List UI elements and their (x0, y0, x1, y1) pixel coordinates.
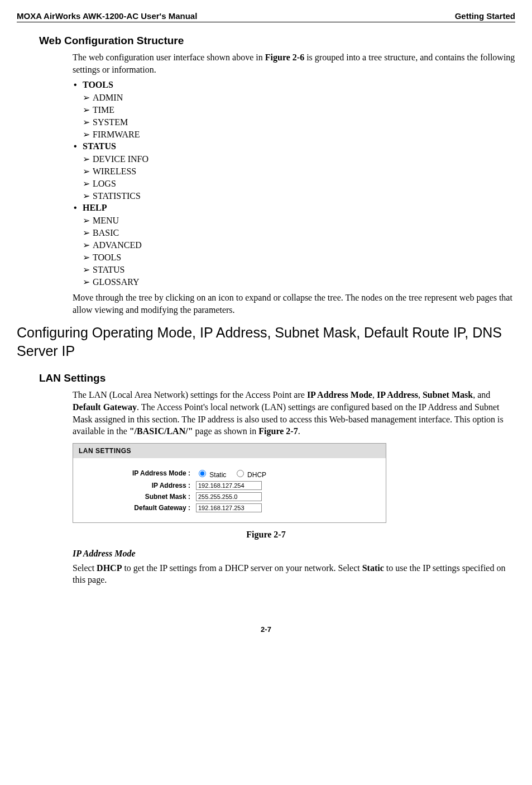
tree-item-label: STATISTICS (93, 191, 141, 201)
figure-ref: Figure 2-7 (258, 426, 298, 436)
row-ip-address-mode: IP Address Mode : Static DHCP (95, 468, 375, 479)
input-default-gateway[interactable] (196, 503, 262, 512)
heading-configuring: Configuring Operating Mode, IP Address, … (17, 323, 515, 360)
tree-item-label: SYSTEM (93, 117, 128, 127)
text: , and (473, 390, 490, 399)
tree-item-label: GLOSSARY (93, 277, 140, 287)
chevron-right-icon: ➢ (83, 227, 93, 238)
text: , (418, 390, 423, 399)
row-default-gateway: Default Gateway : (95, 503, 375, 512)
tree-item: ➢STATISTICS (83, 191, 515, 201)
radio-dhcp-label[interactable]: DHCP (234, 471, 266, 479)
tree-item-label: ADMIN (93, 93, 123, 102)
header-right: Getting Started (455, 11, 515, 21)
term-basic-lan-path: "/BASIC/LAN/" (130, 426, 193, 436)
tree-item: ➢LOGS (83, 178, 515, 189)
tree-group: •HELP➢MENU➢BASIC➢ADVANCED➢TOOLS➢STATUS➢G… (73, 203, 515, 287)
chevron-right-icon: ➢ (83, 240, 93, 250)
term-default-gateway: Default Gateway (73, 402, 137, 412)
radio-static-text: Static (209, 471, 226, 479)
term-ip-address: IP Address (377, 390, 418, 399)
paragraph-tree-nav: Move through the tree by clicking on an … (73, 292, 515, 316)
tree-item: ➢TIME (83, 104, 515, 115)
header-left: MOXA AirWorks AWK-1200-AC User's Manual (17, 11, 197, 21)
chevron-right-icon: ➢ (83, 117, 93, 127)
heading-web-config-structure: Web Configuration Structure (39, 35, 515, 47)
label-default-gateway: Default Gateway : (95, 504, 196, 512)
lan-settings-title: LAN SETTINGS (73, 444, 386, 458)
tree-item-label: BASIC (93, 228, 119, 237)
chevron-right-icon: ➢ (83, 104, 93, 115)
label-ip-address: IP Address : (95, 482, 196, 489)
bullet-icon: • (73, 203, 83, 213)
value-ip-address-mode: Static DHCP (196, 468, 272, 479)
tree-item-label: WIRELESS (93, 166, 136, 176)
figure-caption: Figure 2-7 (17, 530, 515, 540)
input-ip-address[interactable] (196, 481, 262, 490)
heading-lan-settings: LAN Settings (39, 372, 515, 384)
chevron-right-icon: ➢ (83, 252, 93, 263)
term-dhcp: DHCP (97, 563, 122, 573)
tree-item-label: LOGS (93, 179, 116, 188)
chevron-right-icon: ➢ (83, 215, 93, 226)
tree-item: ➢ADMIN (83, 92, 515, 103)
tree-sublist: ➢ADMIN➢TIME➢SYSTEM➢FIRMWARE (83, 92, 515, 140)
radio-static-label[interactable]: Static (196, 471, 226, 479)
tree-item: ➢TOOLS (83, 252, 515, 263)
row-ip-address: IP Address : (95, 481, 375, 490)
tree-group-label: TOOLS (83, 80, 113, 89)
text: page as shown in (193, 426, 259, 436)
paragraph-intro: The web configuration user interface sho… (73, 51, 515, 75)
tree-item: ➢GLOSSARY (83, 277, 515, 287)
tree-item: ➢SYSTEM (83, 117, 515, 127)
bullet-icon: • (73, 80, 83, 91)
chevron-right-icon: ➢ (83, 92, 93, 103)
tree-item-label: TIME (93, 105, 114, 115)
text: to get the IP settings from a DHCP serve… (122, 563, 362, 573)
tree-group-label: HELP (83, 203, 107, 212)
tree-item: ➢MENU (83, 215, 515, 226)
label-ip-address-mode: IP Address Mode : (95, 469, 196, 477)
page-number: 2-7 (17, 625, 515, 634)
text: , (372, 390, 377, 399)
page-header: MOXA AirWorks AWK-1200-AC User's Manual … (17, 11, 515, 22)
tree-item: ➢ADVANCED (83, 240, 515, 250)
lan-settings-figure: LAN SETTINGS IP Address Mode : Static DH… (73, 443, 386, 523)
chevron-right-icon: ➢ (83, 129, 93, 140)
figure-ref: Figure 2-6 (265, 53, 304, 62)
tree-sublist: ➢DEVICE INFO➢WIRELESS➢LOGS➢STATISTICS (83, 154, 515, 201)
tree-item: ➢WIRELESS (83, 166, 515, 177)
tree-item-label: TOOLS (93, 253, 121, 262)
radio-dhcp[interactable] (237, 470, 244, 477)
tree-sublist: ➢MENU➢BASIC➢ADVANCED➢TOOLS➢STATUS➢GLOSSA… (83, 215, 515, 287)
tree-item-label: ADVANCED (93, 240, 142, 250)
config-tree: •TOOLS➢ADMIN➢TIME➢SYSTEM➢FIRMWARE•STATUS… (73, 80, 515, 287)
tree-item: ➢DEVICE INFO (83, 154, 515, 164)
term-ip-address-mode: IP Address Mode (307, 390, 372, 399)
chevron-right-icon: ➢ (83, 154, 93, 164)
tree-item: ➢BASIC (83, 227, 515, 238)
tree-item: ➢STATUS (83, 264, 515, 275)
tree-item-label: FIRMWARE (93, 130, 140, 139)
text: . (298, 426, 300, 436)
tree-group-label: STATUS (83, 141, 116, 151)
subheading-ip-address-mode: IP Address Mode (73, 549, 515, 559)
row-subnet-mask: Subnet Mask : (95, 492, 375, 501)
lan-settings-body: IP Address Mode : Static DHCP IP Address… (73, 458, 386, 522)
term-subnet-mask: Subnet Mask (423, 390, 473, 399)
text: The LAN (Local Area Network) settings fo… (73, 390, 307, 399)
paragraph-lan-desc: The LAN (Local Area Network) settings fo… (73, 389, 515, 437)
paragraph-ip-mode-desc: Select DHCP to get the IP settings from … (73, 562, 515, 586)
text: The web configuration user interface sho… (73, 53, 265, 62)
label-subnet-mask: Subnet Mask : (95, 493, 196, 501)
input-subnet-mask[interactable] (196, 492, 262, 501)
radio-static[interactable] (199, 470, 206, 477)
tree-group: •STATUS➢DEVICE INFO➢WIRELESS➢LOGS➢STATIS… (73, 141, 515, 201)
chevron-right-icon: ➢ (83, 191, 93, 201)
term-static: Static (362, 563, 384, 573)
tree-item-label: DEVICE INFO (93, 154, 148, 164)
chevron-right-icon: ➢ (83, 178, 93, 189)
bullet-icon: • (73, 142, 83, 152)
tree-item-label: STATUS (93, 265, 124, 274)
radio-dhcp-text: DHCP (247, 471, 266, 479)
